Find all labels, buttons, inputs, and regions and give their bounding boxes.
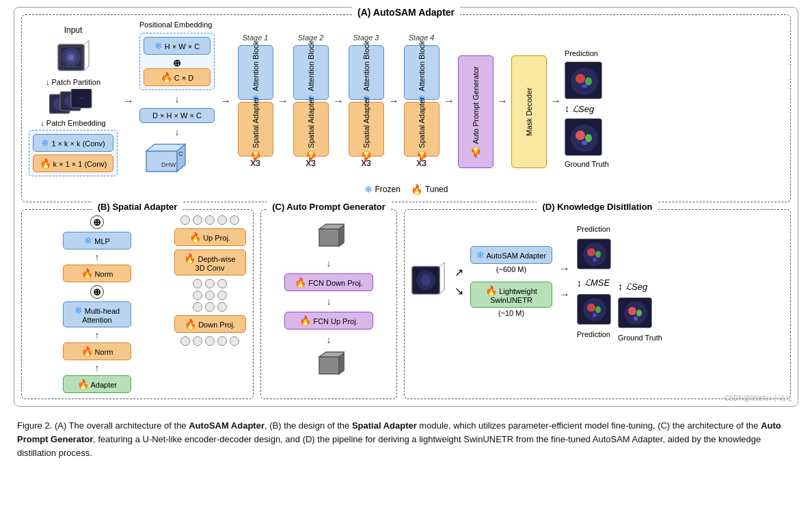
conv1-box: ❄ 1 × k × k (Conv)	[33, 134, 113, 152]
gt-label-d: Ground Truth	[618, 334, 662, 342]
section-d-inner: ↗ ↘ ❄ AutoSAM Adapter (~600 M)	[410, 215, 785, 342]
dot-2	[193, 215, 202, 225]
dot-m3	[217, 279, 227, 288]
svg-point-46	[593, 258, 597, 262]
plus-circle-top: ⊕	[90, 215, 104, 229]
caption-text: Figure 2. (A) The overall architecture o…	[17, 420, 781, 458]
section-b-label: (B) Spatial Adapter	[92, 202, 183, 212]
svg-point-49	[587, 304, 595, 312]
section-b: (B) Spatial Adapter ⊕ ❄ MLP ↑ 🔥 Norm	[21, 209, 254, 399]
apg-col: Stage 4 🔥 Auto Prompt Generator	[458, 44, 493, 168]
attention-block-1-text: ❄ Attention Block	[250, 41, 261, 104]
positional-emb-row: Positional Embedding	[139, 21, 215, 29]
svg-point-45	[595, 251, 601, 258]
svg-point-27	[576, 131, 585, 140]
svg-line-40	[439, 290, 444, 294]
arrow-down-2: ↓	[139, 127, 215, 137]
mid-dot-row-1	[193, 279, 227, 288]
cd-label: C × D	[174, 74, 193, 82]
autosam-group: ❄ AutoSAM Adapter (~600 M)	[470, 246, 552, 273]
arrow-to-stages: →	[220, 96, 231, 107]
frozen-icon-mha: ❄	[75, 305, 83, 316]
dot-m4	[193, 291, 202, 300]
down-arrow-loss: ↕	[565, 103, 569, 114]
patch-partition-row: ↓ Patch Partition	[46, 78, 100, 86]
svg-line-39	[439, 262, 444, 267]
pred1-svg	[578, 239, 611, 269]
spatial-adapter-3-text: 🔥 Spatial Adapter	[361, 97, 372, 162]
3d-block-area: DHW C	[139, 141, 215, 181]
frozen-legend: ❄ Frozen	[364, 184, 401, 195]
stage-2-col: Stage 2 ❄ Attention Block 🔥	[292, 33, 329, 168]
svg-text:DHW: DHW	[161, 161, 176, 168]
tuned-icon-norm1: 🔥	[81, 268, 93, 279]
frozen-icon-autosam: ❄	[476, 250, 485, 260]
depth-wise-label: Depth-wise 3D Conv	[195, 255, 236, 272]
stage-3-block: ❄ Attention Block 🔥 Spatial Adapter	[347, 45, 385, 157]
spatial-adapter-4: 🔥 Spatial Adapter	[404, 102, 439, 157]
stages-area: Stage 1 ❄ Attention Block 🔥	[236, 33, 783, 168]
pred2-label: Prediction	[577, 330, 610, 338]
loss-mse-row: ↕ ℒMSE	[577, 278, 610, 288]
svg-point-38	[421, 275, 431, 286]
patch-images: ...	[49, 89, 97, 116]
section-c-inner: ↓ 🔥 FCN Down Proj. ↓ 🔥 FCN Up Proj. ↓	[267, 215, 391, 381]
svg-point-24	[582, 84, 587, 88]
svg-marker-33	[319, 357, 339, 374]
dhwc-box: D × H × W × C	[139, 108, 215, 123]
positional-emb-label: Positional Embedding	[139, 21, 212, 29]
legend-area: ❄ Frozen 🔥 Tuned	[29, 184, 783, 195]
adapter-box: 🔥 Adapter	[63, 375, 131, 393]
dot-m5	[205, 291, 215, 300]
stage-2-block: ❄ Attention Block 🔥 Spatial Adapter	[292, 45, 329, 157]
tuned-icon-dw: 🔥	[184, 253, 195, 264]
conv2-label: k × 1 × 1 (Conv)	[53, 160, 107, 168]
stage-4-block: ❄ Attention Block 🔥 Spatial Adapter	[403, 45, 440, 157]
arrow-apg-mask: →	[497, 96, 508, 107]
arrow-c-bot: ↓	[327, 335, 331, 345]
tuned-icon-sa1: 🔥	[250, 150, 261, 161]
dhwc-label: D × H × W × C	[152, 111, 202, 120]
mlp-label: MLP	[94, 237, 110, 245]
section-a-label: (A) AutoSAM Adapter	[352, 7, 460, 18]
dot-m2	[205, 279, 215, 288]
hw-boxes: ❄ H × W × C ⊕ 🔥 C × D	[139, 33, 215, 90]
arrow-s1-s2: →	[278, 96, 288, 107]
conv-boxes: ❄ 1 × k × k (Conv) 🔥 k × 1 × 1 (Conv)	[29, 130, 118, 176]
svg-line-5	[84, 40, 89, 44]
svg-point-22	[576, 74, 585, 83]
norm2-label: Norm	[95, 348, 113, 356]
gt-area-d: ↕ ℒSeg Ground Truth	[618, 221, 662, 342]
gt-img-svg	[565, 119, 602, 156]
tuned-legend: 🔥 Tuned	[411, 184, 448, 195]
input-area: Input	[29, 25, 118, 176]
dot-m6	[217, 291, 227, 300]
pred1-label: Prediction	[577, 225, 610, 233]
svg-point-29	[582, 141, 587, 145]
section-a-inner: Input	[29, 21, 783, 181]
pred-img-svg	[565, 62, 602, 99]
arrow-s2-s3: →	[333, 96, 344, 107]
down-arrow-pp: ↓	[46, 78, 50, 86]
top-cube-c	[314, 222, 344, 253]
attention-block-1: ❄ Attention Block	[238, 45, 273, 100]
apg-text: 🔥 Auto Prompt Generator	[470, 66, 481, 158]
svg-point-3	[68, 55, 74, 60]
mid-dots	[193, 279, 227, 312]
svg-point-50	[595, 306, 601, 313]
tuned-icon-sa3: 🔥	[361, 150, 372, 161]
tuned-icon-apg: 🔥	[470, 146, 481, 157]
arrow-s3-s4: →	[388, 96, 399, 107]
svg-line-6	[84, 66, 89, 70]
mid-dot-row-2	[193, 291, 227, 300]
frozen-icon-mlp: ❄	[84, 235, 92, 246]
svg-point-44	[587, 248, 595, 256]
svg-point-21	[571, 68, 598, 95]
dot-3	[205, 215, 215, 225]
attention-block-4: ❄ Attention Block	[404, 45, 439, 100]
down-proj-box: 🔥 Down Proj.	[174, 315, 246, 333]
arrow-b-3: ↑	[95, 363, 100, 373]
section-bcd: (B) Spatial Adapter ⊕ ❄ MLP ↑ 🔥 Norm	[21, 209, 791, 399]
autosam-label: AutoSAM Adapter	[487, 252, 546, 260]
svg-marker-30	[319, 229, 339, 246]
